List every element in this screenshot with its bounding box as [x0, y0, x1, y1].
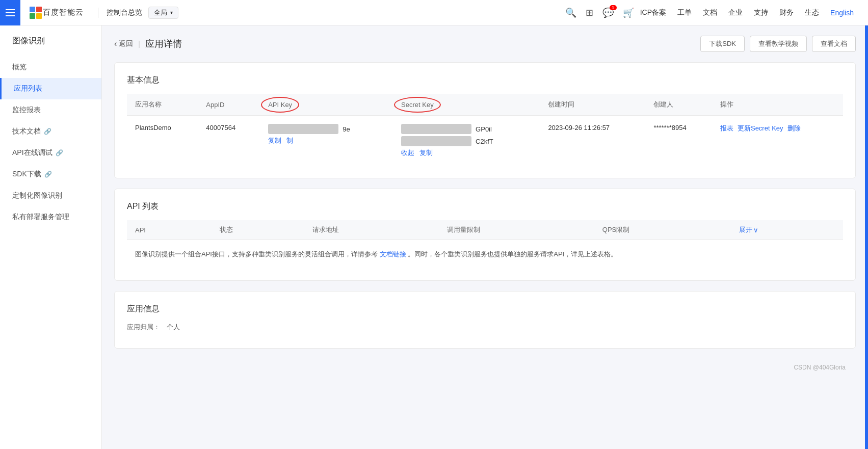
th-created-time: 创建时间	[540, 94, 645, 116]
sidebar: 图像识别 概览 应用列表 监控报表 技术文档 🔗 API在线调试 🔗 SDK下载…	[0, 25, 102, 449]
logo-icon	[29, 6, 43, 20]
secret-key-masked: ████████████ GP0il	[401, 124, 532, 134]
apps-icon[interactable]: ⊞	[586, 7, 593, 18]
sidebar-header: 图像识别	[0, 36, 101, 57]
external-link-icon: 🔗	[44, 171, 52, 178]
api-th-call-limit: 调用量限制	[439, 220, 594, 240]
th-appid: AppID	[198, 94, 260, 116]
secret-key-cell: ████████████ GP0il ████████████ C2kfT 收起…	[401, 124, 532, 157]
external-link-icon: 🔗	[56, 149, 63, 156]
delete-button[interactable]: 删除	[787, 124, 801, 133]
cell-creator: *******8954	[645, 116, 712, 166]
cell-operations: 报表 更新Secret Key 删除	[712, 116, 843, 166]
cell-appid: 40007564	[198, 116, 260, 166]
th-creator: 创建人	[645, 94, 712, 116]
cell-api-key: ████████████ 9e 复制 制	[260, 116, 393, 166]
search-icon[interactable]: 🔍	[565, 7, 576, 18]
update-secret-key-button[interactable]: 更新Secret Key	[738, 124, 783, 133]
api-key-copy-button[interactable]: 复制	[268, 136, 281, 145]
svg-rect-2	[30, 13, 35, 19]
scrollbar[interactable]	[865, 25, 868, 449]
nav-support[interactable]: 支持	[753, 8, 769, 17]
external-link-icon: 🔗	[44, 128, 51, 135]
nav-icp[interactable]: ICP备案	[639, 8, 667, 17]
th-secret-key: Secret Key	[393, 94, 540, 116]
page-header-actions: 下载SDK 查看教学视频 查看文档	[700, 36, 856, 52]
api-table: API 状态 请求地址 调用量限制 QPS限制 展开 ∨	[127, 220, 843, 240]
download-sdk-button[interactable]: 下载SDK	[700, 36, 745, 52]
doc-link[interactable]: 文档链接	[380, 250, 406, 258]
app-ownership-row: 应用归属： 个人	[127, 323, 843, 332]
secret-key-copy-button[interactable]: 复制	[419, 148, 433, 157]
sidebar-item-tech-docs[interactable]: 技术文档 🔗	[0, 121, 101, 142]
notification-icon[interactable]: 💬 1	[602, 7, 614, 18]
nav-workorder[interactable]: 工单	[676, 8, 693, 17]
back-arrow-icon: ‹	[114, 39, 117, 48]
table-row: PlantsDemo 40007564 ████████████ 9e 复制	[127, 116, 843, 166]
th-app-name: 应用名称	[127, 94, 198, 116]
sidebar-item-api-debug[interactable]: API在线调试 🔗	[0, 142, 101, 164]
svg-rect-0	[30, 7, 35, 12]
report-button[interactable]: 报表	[720, 124, 733, 133]
api-key-cell: ████████████ 9e 复制 制	[268, 124, 385, 145]
page-header: ‹ 返回 | 应用详情 下载SDK 查看教学视频 查看文档	[114, 36, 856, 52]
nav-ecosystem[interactable]: 生态	[804, 8, 820, 17]
hamburger-icon	[6, 9, 15, 16]
chevron-down-icon: ▾	[170, 10, 173, 15]
expand-button[interactable]: 展开 ∨	[739, 225, 835, 234]
main-content: ‹ 返回 | 应用详情 下载SDK 查看教学视频 查看文档 基本信息 应用名称 …	[102, 25, 868, 449]
secret-key-actions: 收起 复制	[401, 148, 532, 157]
api-key-masked: ████████████ 9e	[268, 124, 385, 134]
back-button[interactable]: ‹ 返回	[114, 39, 133, 48]
api-th-api: API	[127, 220, 212, 240]
watch-docs-button[interactable]: 查看文档	[812, 36, 856, 52]
page-title: 应用详情	[145, 38, 182, 50]
sidebar-item-overview[interactable]: 概览	[0, 57, 101, 78]
sidebar-item-monitor[interactable]: 监控报表	[0, 99, 101, 121]
cart-icon[interactable]: 🛒	[623, 7, 634, 18]
api-th-request-url: 请求地址	[304, 220, 439, 240]
api-list-card: API 列表 API 状态 请求地址 调用量限制 QPS限制 展开 ∨	[114, 189, 856, 281]
top-navigation: 百度智能云 控制台总览 全局 ▾ 🔍 ⊞ 💬 1 🛒 ICP备案 工单 文档 企…	[0, 0, 868, 25]
secret-key-collapse-button[interactable]: 收起	[401, 148, 414, 157]
basic-info-table: 应用名称 AppID API Key Secret Key 创建时间 创建人 操…	[127, 94, 843, 166]
api-key-copy2-button[interactable]: 制	[286, 136, 293, 145]
api-key-header-label: API Key	[268, 101, 292, 109]
secret-key-header-label: Secret Key	[401, 101, 434, 109]
nav-docs[interactable]: 文档	[702, 8, 718, 17]
nav-enterprise[interactable]: 企业	[727, 8, 744, 17]
logo-text: 百度智能云	[43, 8, 84, 17]
app-info-card: 应用信息 应用归属： 个人	[114, 291, 856, 349]
sidebar-item-custom[interactable]: 定制化图像识别	[0, 185, 101, 206]
console-link[interactable]: 控制台总览	[104, 8, 144, 17]
th-api-key: API Key	[260, 94, 393, 116]
cell-app-name: PlantsDemo	[127, 116, 198, 166]
basic-info-title: 基本信息	[127, 75, 843, 86]
watch-tutorial-button[interactable]: 查看教学视频	[750, 36, 807, 52]
secret-key-blur2: ████████████	[401, 136, 471, 146]
cell-secret-key: ████████████ GP0il ████████████ C2kfT 收起…	[393, 116, 540, 166]
logo[interactable]: 百度智能云	[29, 6, 84, 20]
nav-divider	[98, 8, 98, 18]
watermark: CSDN @404Gloria	[114, 359, 856, 376]
page-header-left: ‹ 返回 | 应用详情	[114, 38, 182, 50]
sidebar-item-private[interactable]: 私有部署服务管理	[0, 206, 101, 228]
ownership-label: 应用归属：	[127, 323, 163, 332]
api-th-qps-limit: QPS限制	[594, 220, 731, 240]
basic-info-card: 基本信息 应用名称 AppID API Key Secret Key 创建时间 …	[114, 62, 856, 178]
sidebar-item-app-list[interactable]: 应用列表	[0, 78, 101, 99]
api-description: 图像识别提供一个组合API接口，支持多种垂类识别服务的灵活组合调用，详情参考 文…	[127, 240, 843, 268]
secret-key-blur: ████████████	[401, 124, 471, 134]
region-selector[interactable]: 全局 ▾	[148, 7, 178, 19]
hamburger-menu[interactable]	[0, 0, 20, 25]
nav-language[interactable]: English	[829, 9, 855, 17]
secret-key-masked2: ████████████ C2kfT	[401, 136, 532, 146]
sidebar-item-sdk-download[interactable]: SDK下载 🔗	[0, 164, 101, 185]
secret-key-suffix2: C2kfT	[476, 138, 493, 145]
api-key-suffix: 9e	[343, 125, 350, 133]
cell-created-time: 2023-09-26 11:26:57	[540, 116, 645, 166]
nav-finance[interactable]: 财务	[778, 8, 795, 17]
ownership-value: 个人	[167, 323, 180, 332]
api-th-expand: 展开 ∨	[731, 220, 843, 240]
app-info-title: 应用信息	[127, 304, 843, 314]
